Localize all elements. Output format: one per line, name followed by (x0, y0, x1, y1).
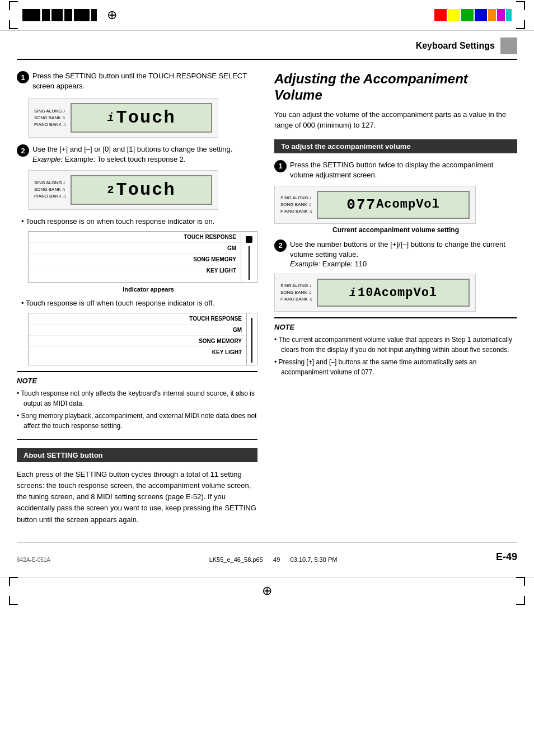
right-step2-row: 2 Use the number buttons or the [+]/[–] … (274, 240, 517, 268)
page-content: Keyboard Settings 1 Press the SETTING bu… (0, 31, 534, 577)
page-title-area: Keyboard Settings (416, 37, 517, 54)
ind-on-row3: SONG MEMORY (29, 254, 241, 265)
indicator-on-diagram: TOUCH RESPONSE GM SONG MEMORY KEY LIGHT … (28, 231, 257, 293)
right-example2: Example: Example: 110 (290, 260, 517, 268)
page-title: Keyboard Settings (416, 41, 495, 51)
right-display2-labels: SING ALONG ♪ SONG BANK ♫ PIANO BANK ♫ (280, 283, 312, 303)
left-column: 1 Press the SETTING button until the TOU… (17, 71, 257, 525)
divider (17, 439, 257, 440)
right-step1-text: Press the SETTING button twice to displa… (290, 160, 517, 180)
ind-on-row1: TOUCH RESPONSE (29, 232, 241, 243)
label-piano-bank: PIANO BANK ♫ (34, 121, 66, 128)
crosshair-bottom: ⊕ (262, 584, 272, 598)
right-display1-caption: Current accompaniment volume setting (274, 226, 517, 234)
step1-circle: 1 (17, 71, 29, 83)
left-note-item2: • Song memory playback, accompaniment, a… (17, 411, 257, 431)
left-display1-screen: iTouch (71, 103, 212, 133)
left-display2-screen: 2Touch (71, 175, 212, 205)
ind-on-row2: GM (29, 243, 241, 254)
right-description: You can adjust the volume of the accompa… (274, 109, 517, 131)
left-note-item1: • Touch response not only affects the ke… (17, 388, 257, 408)
about-setting-header: About SETTING button (17, 448, 257, 462)
right-note-section: NOTE • The current accompaniment volume … (274, 317, 517, 377)
page-header: Keyboard Settings (17, 31, 517, 60)
bullet2-text: • Touch response is off when touch respo… (21, 298, 257, 308)
indicator-off-line (251, 318, 252, 363)
right-big-title: Adjusting the Accompaniment Volume (274, 71, 517, 104)
page-footer: 642A-E-051A LK55_e_46_58.p65 49 03.10.7,… (17, 542, 517, 566)
indicator-off-diagram: TOUCH RESPONSE GM SONG MEMORY KEY LIGHT (28, 313, 257, 365)
footer-page-number: E-49 (496, 551, 517, 563)
right-note-item2: • Pressing [+] and [–] buttons at the sa… (274, 357, 517, 377)
left-note-title: NOTE (17, 377, 257, 385)
right-display1-screen: 077AcompVol (317, 191, 470, 219)
step2-circle: 2 (17, 144, 29, 157)
left-note-section: NOTE • Touch response not only affects t… (17, 371, 257, 431)
left-display1: SING ALONG ♪ SONG BANK ♫ PIANO BANK ♫ iT… (28, 98, 218, 138)
right-display1-labels: SING ALONG ♪ SONG BANK ♫ PIANO BANK ♫ (280, 195, 312, 215)
black-bars-left (22, 9, 97, 21)
footer-file-info: LK55_e_46_58.p65 49 03.10.7, 5:30 PM (209, 556, 338, 563)
right-step1-row: 1 Press the SETTING button twice to disp… (274, 160, 517, 180)
right-step1-circle: 1 (274, 160, 287, 172)
content-area: 1 Press the SETTING button until the TOU… (17, 71, 517, 525)
corner-marks-right (516, 1, 525, 29)
right-step2-circle: 2 (274, 240, 287, 252)
left-display2-labels: SING ALONG ♪ SONG BANK ♫ PIANO BANK ♫ (34, 180, 66, 200)
right-section-header: To adjust the accompaniment volume (274, 139, 517, 153)
indicator-on-caption: Indicator appears (39, 286, 257, 293)
left-step1-text: Press the SETTING button until the TOUCH… (32, 71, 257, 91)
about-setting-text: Each press of the SETTING button cycles … (17, 469, 257, 525)
corner-marks-left (9, 1, 18, 29)
right-display2: SING ALONG ♪ SONG BANK ♫ PIANO BANK ♫ i1… (274, 274, 476, 312)
right-display1-wrapper: SING ALONG ♪ SONG BANK ♫ PIANO BANK ♫ 07… (274, 186, 517, 234)
indicator-on-table: TOUCH RESPONSE GM SONG MEMORY KEY LIGHT (28, 231, 257, 283)
right-note-item1: • The current accompaniment volume value… (274, 335, 517, 355)
right-column: Adjusting the Accompaniment Volume You c… (274, 71, 517, 525)
crosshair-center: ⊕ (107, 8, 117, 22)
bullet1-text: • Touch response is on when touch respon… (21, 217, 257, 227)
left-example1: Example: Example: To select touch respon… (32, 155, 232, 163)
left-display1-labels: SING ALONG ♪ SONG BANK ♫ PIANO BANK ♫ (34, 108, 66, 128)
ind-on-row4: KEY LIGHT (29, 265, 241, 276)
right-step2-text: Use the number buttons or the [+]/[–] bu… (290, 240, 517, 260)
bottom-decorative-bar: ⊕ (0, 577, 534, 605)
right-note-title: NOTE (274, 323, 517, 331)
right-display1: SING ALONG ♪ SONG BANK ♫ PIANO BANK ♫ 07… (274, 186, 476, 224)
footer-code: 642A-E-051A (17, 557, 50, 563)
label-song-bank: SONG BANK ♫ (34, 115, 66, 121)
indicator-off-table: TOUCH RESPONSE GM SONG MEMORY KEY LIGHT (28, 313, 257, 365)
left-step2-row: 2 Use the [+] and [–] or [0] and [1] but… (17, 144, 257, 163)
title-gray-box (500, 37, 517, 54)
left-step1-row: 1 Press the SETTING button until the TOU… (17, 71, 257, 91)
left-step2-text: Use the [+] and [–] or [0] and [1] butto… (32, 144, 232, 154)
label-sing-along: SING ALONG ♪ (34, 108, 66, 115)
about-setting-section: About SETTING button Each press of the S… (17, 448, 257, 525)
indicator-on-dot (246, 236, 252, 243)
color-bars-right (434, 9, 512, 21)
right-display2-screen: i10AcompVol (317, 279, 470, 307)
top-decorative-bar: ⊕ (0, 0, 534, 31)
indicator-on-line (249, 246, 250, 280)
left-display2: SING ALONG ♪ SONG BANK ♫ PIANO BANK ♫ 2T… (28, 170, 218, 210)
